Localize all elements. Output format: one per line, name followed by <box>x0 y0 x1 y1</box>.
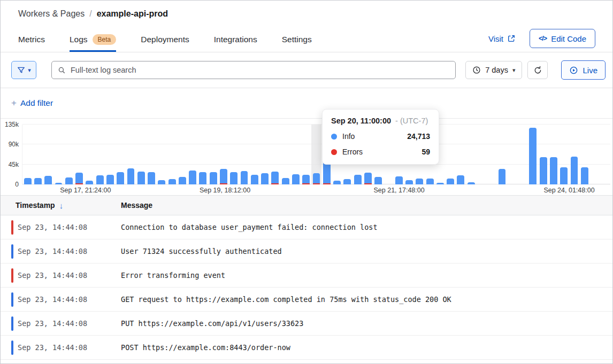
tooltip-series-label: Info <box>342 132 355 141</box>
log-volume-bar[interactable] <box>220 169 227 184</box>
log-volume-bar[interactable] <box>581 167 588 184</box>
breadcrumb: Workers & Pages / example-api-prod <box>18 9 595 19</box>
log-volume-bar[interactable] <box>199 172 206 184</box>
log-table-row[interactable]: Sep 23, 14:44:08PUT https://example.com/… <box>1 312 612 336</box>
log-volume-bar[interactable] <box>313 173 320 184</box>
log-table-row[interactable]: Sep 23, 14:44:08GET request to https://e… <box>1 288 612 312</box>
error-level-stripe <box>11 220 13 235</box>
log-volume-bar[interactable] <box>416 179 423 184</box>
tab-label: Metrics <box>18 35 45 44</box>
log-volume-bar[interactable] <box>447 179 454 184</box>
tooltip-row-errors: Errors59 <box>331 148 430 156</box>
log-volume-bar[interactable] <box>158 180 165 184</box>
log-volume-bar[interactable] <box>179 177 186 184</box>
edit-code-label: Edit Code <box>551 34 586 43</box>
log-table-header: Timestamp ↓ Message <box>1 195 612 215</box>
tab-settings[interactable]: Settings <box>282 27 312 52</box>
log-volume-bar[interactable] <box>499 169 506 184</box>
add-filter-button[interactable]: + Add filter <box>11 98 53 109</box>
refresh-button[interactable] <box>527 61 548 79</box>
tab-deployments[interactable]: Deployments <box>141 27 189 52</box>
log-volume-bar[interactable] <box>117 172 124 184</box>
beta-badge: Beta <box>93 34 117 45</box>
log-volume-bar[interactable] <box>571 157 578 184</box>
edit-code-button[interactable]: </> Edit Code <box>530 29 595 48</box>
errors-dot-icon <box>331 149 337 155</box>
log-volume-bar[interactable] <box>241 171 248 184</box>
y-tick-135k: 135k <box>1 121 19 128</box>
log-volume-bar[interactable] <box>148 172 155 184</box>
filter-dropdown-button[interactable]: ▾ <box>11 61 36 79</box>
time-range-button[interactable]: 7 days ▾ <box>465 61 522 79</box>
log-volume-bar[interactable] <box>261 173 269 184</box>
log-volume-bar[interactable] <box>251 175 258 184</box>
error-level-stripe <box>11 268 13 283</box>
log-volume-chart: 045k90k135k Sep 17, 21:24:00Sep 19, 18:1… <box>1 119 612 195</box>
log-table-row[interactable]: Sep 23, 14:44:08POST https://example.com… <box>1 336 612 360</box>
log-message: Connection to database user_payment fail… <box>121 223 378 231</box>
tab-logs[interactable]: LogsBeta <box>70 27 116 52</box>
log-table-row[interactable]: Sep 23, 14:44:08Error transforming event <box>1 264 612 288</box>
y-tick-45k: 45k <box>1 161 19 168</box>
log-volume-bar[interactable] <box>560 167 568 184</box>
log-volume-bar[interactable] <box>333 181 341 184</box>
tab-metrics[interactable]: Metrics <box>18 27 45 52</box>
log-volume-bar[interactable] <box>75 173 83 184</box>
log-volume-bar[interactable] <box>374 177 382 184</box>
log-volume-bar[interactable] <box>354 175 362 184</box>
tooltip-timezone: - (UTC-7) <box>395 117 428 125</box>
log-volume-bar[interactable] <box>540 157 547 184</box>
log-volume-bar[interactable] <box>86 181 93 184</box>
log-volume-bar[interactable] <box>189 171 196 184</box>
info-level-stripe <box>11 340 13 355</box>
x-tick-label: Sep 17, 21:24:00 <box>60 187 111 194</box>
log-volume-bar[interactable] <box>457 175 464 184</box>
chevron-down-icon: ▾ <box>512 67 516 73</box>
log-volume-bar[interactable] <box>302 175 310 184</box>
log-volume-bar[interactable] <box>230 172 237 184</box>
log-volume-bar[interactable] <box>137 172 145 184</box>
tab-integrations[interactable]: Integrations <box>214 27 257 52</box>
tooltip-series-label: Errors <box>342 148 363 156</box>
chart-plot[interactable] <box>22 125 610 184</box>
log-volume-bar[interactable] <box>96 175 104 184</box>
filters-row: + Add filter <box>1 88 612 119</box>
log-volume-bar[interactable] <box>24 178 32 184</box>
log-volume-bar[interactable] <box>343 179 351 184</box>
sort-desc-icon[interactable]: ↓ <box>59 201 64 210</box>
log-volume-bar[interactable] <box>282 178 289 184</box>
log-volume-bar[interactable] <box>106 175 114 184</box>
log-message: Error transforming event <box>121 271 225 280</box>
log-volume-bar[interactable] <box>405 180 413 184</box>
log-volume-bar[interactable] <box>323 161 331 184</box>
log-table-row[interactable]: Sep 23, 14:44:08User 71324 successfully … <box>1 239 612 264</box>
topbar: Workers & Pages / example-api-prod Metri… <box>1 1 612 52</box>
search-input[interactable] <box>71 66 449 74</box>
chart-x-axis: Sep 17, 21:24:00Sep 19, 18:12:00Sep 21, … <box>22 184 610 195</box>
y-tick-0: 0 <box>1 181 19 188</box>
breadcrumb-separator: / <box>89 9 91 19</box>
log-volume-bar[interactable] <box>395 176 403 184</box>
breadcrumb-root[interactable]: Workers & Pages <box>18 9 85 19</box>
workers-logs-page: Workers & Pages / example-api-prod Metri… <box>0 0 613 364</box>
log-volume-bar[interactable] <box>271 172 279 184</box>
log-volume-bar[interactable] <box>34 178 42 184</box>
tab-label: Deployments <box>141 35 189 44</box>
log-volume-bar[interactable] <box>65 177 73 184</box>
search-box <box>51 61 456 79</box>
live-button[interactable]: Live <box>561 60 606 80</box>
log-volume-bar[interactable] <box>127 168 135 184</box>
info-level-stripe <box>11 244 13 259</box>
log-volume-bar[interactable] <box>44 176 52 184</box>
log-volume-bar[interactable] <box>292 174 300 184</box>
log-volume-bar[interactable] <box>550 157 557 184</box>
log-volume-bar[interactable] <box>168 179 176 184</box>
external-link-icon <box>507 34 516 43</box>
time-range-label: 7 days <box>485 66 508 74</box>
visit-link[interactable]: Visit <box>488 34 516 43</box>
log-table-row[interactable]: Sep 23, 14:44:08Connection to database u… <box>1 215 612 239</box>
log-volume-bar[interactable] <box>364 173 372 184</box>
log-volume-bar[interactable] <box>210 172 217 184</box>
log-volume-bar[interactable] <box>529 128 537 184</box>
log-volume-bar[interactable] <box>426 179 434 184</box>
